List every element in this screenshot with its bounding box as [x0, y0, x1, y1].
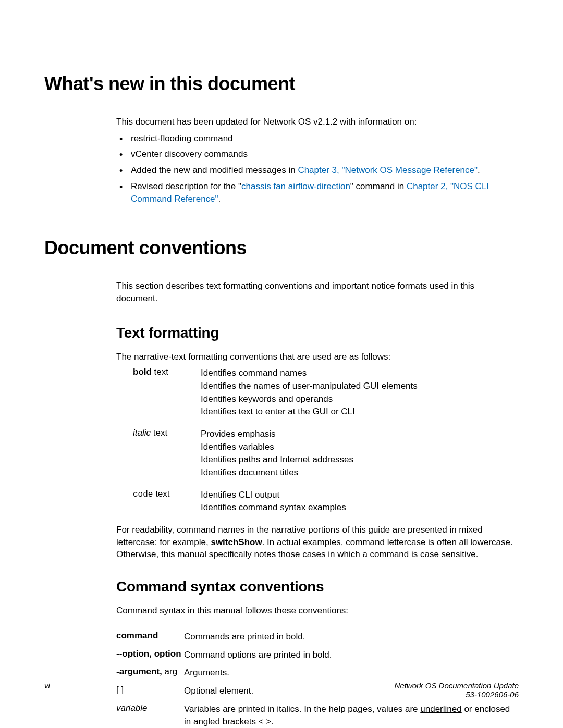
format-label-code: code text: [133, 489, 201, 514]
list-item: Revised description for the "chassis fan…: [116, 180, 513, 206]
table-row: variable Variables are printed in italic…: [116, 703, 513, 728]
table-row: -argument, arg Arguments.: [116, 667, 513, 680]
list-item: vCenter discovery commands: [116, 148, 513, 161]
list-item: restrict-flooding command: [116, 132, 513, 145]
syntax-desc: Arguments.: [184, 667, 229, 680]
table-row: command Commands are printed in bold.: [116, 631, 513, 644]
document-page: What's new in this document This documen…: [0, 0, 563, 728]
table-row: --option, option Command options are pri…: [116, 649, 513, 662]
format-desc: Identifies CLI output Identifies command…: [201, 489, 346, 514]
format-desc: Provides emphasis Identifies variables I…: [201, 428, 353, 479]
intro-paragraph: This document has been updated for Netwo…: [116, 116, 513, 128]
list-item: Added the new and modified messages in C…: [116, 164, 513, 177]
syntax-desc: Variables are printed in italics. In the…: [184, 703, 513, 728]
text-formatting-intro: The narrative-text formatting convention…: [116, 351, 513, 363]
whats-new-section: This document has been updated for Netwo…: [116, 116, 513, 206]
conventions-intro: This section describes text formatting c…: [116, 280, 513, 305]
table-row: bold text Identifies command names Ident…: [133, 367, 498, 418]
conventions-paragraph: This section describes text formatting c…: [116, 280, 513, 305]
table-row: italic text Provides emphasis Identifies…: [133, 428, 498, 479]
text-formatting-section: Text formatting The narrative-text forma…: [116, 325, 513, 363]
format-label-italic: italic text: [133, 428, 201, 479]
syntax-desc: Commands are printed in bold.: [184, 631, 305, 644]
syntax-intro: Command syntax in this manual follows th…: [116, 604, 513, 617]
syntax-table: command Commands are printed in bold. --…: [116, 631, 513, 728]
heading-whats-new: What's new in this document: [44, 73, 519, 95]
subheading-text-formatting: Text formatting: [116, 325, 513, 341]
syntax-label-option: --option, option: [116, 649, 184, 662]
heading-conventions: Document conventions: [44, 237, 519, 259]
formatting-table: bold text Identifies command names Ident…: [133, 367, 498, 514]
format-label-bold: bold text: [133, 367, 201, 418]
page-footer: vi Network OS Documentation Update 53-10…: [44, 681, 519, 699]
syntax-label-variable: variable: [116, 703, 184, 728]
table-row: code text Identifies CLI output Identifi…: [133, 489, 498, 514]
footer-doc-info: Network OS Documentation Update 53-10026…: [395, 681, 519, 699]
syntax-label-command: command: [116, 631, 184, 644]
link-chassis-fan[interactable]: chassis fan airflow-direction: [241, 181, 350, 191]
syntax-label-argument: -argument, arg: [116, 667, 184, 680]
subheading-command-syntax: Command syntax conventions: [116, 578, 513, 595]
whats-new-list: restrict-flooding command vCenter discov…: [116, 132, 513, 206]
readability-note: For readability, command names in the na…: [116, 524, 513, 561]
syntax-desc: Command options are printed in bold.: [184, 649, 332, 662]
format-desc: Identifies command names Identifies the …: [201, 367, 418, 418]
page-number: vi: [44, 681, 50, 699]
command-syntax-section: Command syntax conventions Command synta…: [116, 578, 513, 617]
link-chapter3[interactable]: Chapter 3, "Network OS Message Reference…: [298, 165, 478, 175]
